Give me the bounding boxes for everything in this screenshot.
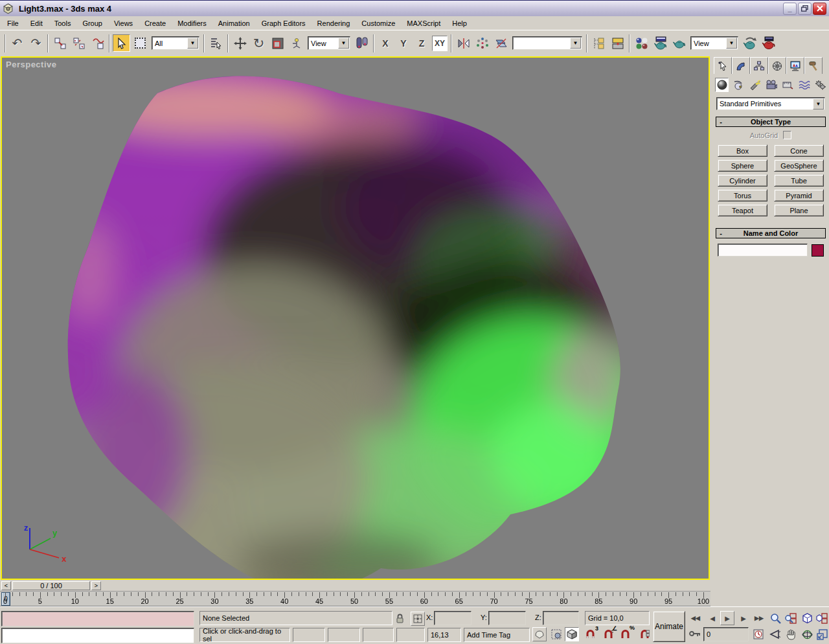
cameras-icon[interactable]: [764, 78, 778, 92]
restrict-z-button[interactable]: Z: [414, 36, 429, 51]
select-by-name-icon[interactable]: [207, 34, 225, 52]
box-button[interactable]: Box: [718, 144, 767, 157]
lights-icon[interactable]: [748, 78, 762, 92]
hierarchy-tab[interactable]: [750, 57, 768, 74]
schematic-view-icon[interactable]: [609, 34, 626, 52]
next-frame-arrow[interactable]: >: [91, 581, 101, 590]
array-icon[interactable]: [473, 34, 491, 52]
menu-item-help[interactable]: Help: [446, 18, 473, 29]
reference-coordinate-dropdown[interactable]: View ▼: [308, 36, 350, 50]
menu-item-rendering[interactable]: Rendering: [312, 18, 356, 29]
display-tab[interactable]: [786, 57, 804, 74]
selection-filter-dropdown[interactable]: All ▼: [152, 36, 199, 50]
menu-item-file[interactable]: File: [1, 18, 25, 29]
zoom-all-icon[interactable]: [784, 611, 798, 625]
torus-button[interactable]: Torus: [718, 189, 767, 201]
selection-lock-icon[interactable]: [392, 612, 407, 626]
select-and-move-icon[interactable]: [231, 34, 249, 52]
menu-item-maxscript[interactable]: MAXScript: [401, 18, 446, 29]
tube-button[interactable]: Tube: [774, 174, 824, 187]
restrict-x-button[interactable]: X: [378, 36, 393, 51]
shapes-icon[interactable]: [731, 78, 745, 92]
maxscript-mini-listener-pink[interactable]: [1, 611, 194, 627]
previous-frame-icon[interactable]: ◀: [706, 611, 719, 625]
zoom-extents-icon[interactable]: [800, 611, 814, 625]
key-mode-icon[interactable]: [688, 627, 702, 641]
select-and-rotate-icon[interactable]: ↻: [250, 34, 267, 52]
goto-start-icon[interactable]: ◀◀: [688, 611, 703, 625]
field-of-view-icon[interactable]: [768, 627, 782, 641]
pan-hand-icon[interactable]: [784, 627, 798, 641]
restore-button[interactable]: [798, 3, 812, 15]
goto-end-icon[interactable]: ▶▶: [751, 611, 767, 625]
perspective-viewport[interactable]: Perspective z y x: [1, 56, 710, 580]
dropdown-arrow-icon[interactable]: ▼: [187, 38, 198, 49]
close-button[interactable]: [813, 3, 826, 15]
degradation-override-icon[interactable]: [532, 627, 547, 641]
animate-button[interactable]: Animate: [653, 611, 685, 642]
systems-icon[interactable]: [814, 78, 828, 92]
viewport-label[interactable]: Perspective: [6, 60, 57, 69]
use-pivot-point-center-icon[interactable]: [353, 34, 370, 52]
object-color-swatch[interactable]: [812, 244, 824, 257]
time-configuration-icon[interactable]: [751, 627, 766, 641]
category-dropdown[interactable]: Standard Primitives ▼: [716, 97, 825, 110]
dropdown-arrow-icon[interactable]: ▼: [813, 98, 824, 109]
align-icon[interactable]: [492, 34, 510, 52]
material-editor-icon[interactable]: [633, 34, 650, 52]
quick-render-icon[interactable]: [760, 34, 777, 52]
teapot-button[interactable]: Teapot: [718, 204, 767, 216]
absolute-mode-icon[interactable]: [411, 612, 425, 626]
render-type-dropdown[interactable]: View ▼: [690, 36, 738, 50]
add-time-tag[interactable]: Add Time Tag: [464, 628, 530, 642]
z-coord-input[interactable]: [543, 611, 579, 625]
space-warps-icon[interactable]: [797, 78, 811, 92]
percent-snap-icon[interactable]: %: [618, 627, 632, 641]
cone-button[interactable]: Cone: [774, 144, 824, 157]
mirror-icon[interactable]: [455, 34, 472, 52]
spinner-snap-icon[interactable]: [637, 627, 652, 641]
select-and-manipulate-icon[interactable]: [288, 34, 305, 52]
angle-snap-icon[interactable]: ∠: [601, 627, 615, 641]
helpers-icon[interactable]: [781, 78, 795, 92]
utilities-tab[interactable]: [804, 57, 823, 74]
zoom-icon[interactable]: [768, 611, 782, 625]
menu-item-modifiers[interactable]: Modifiers: [172, 18, 212, 29]
motion-tab[interactable]: [768, 57, 786, 74]
dropdown-arrow-icon[interactable]: ▼: [726, 38, 737, 49]
select-and-scale-icon[interactable]: [269, 34, 286, 52]
render-scene-icon[interactable]: [652, 34, 669, 52]
menu-item-edit[interactable]: Edit: [25, 18, 49, 29]
menu-item-tools[interactable]: Tools: [49, 18, 77, 29]
object-type-rollout-header[interactable]: - Object Type: [716, 117, 826, 127]
unlink-selection-icon[interactable]: [70, 34, 87, 52]
menu-item-create[interactable]: Create: [139, 18, 172, 29]
geometry-icon[interactable]: [715, 78, 729, 92]
cylinder-button[interactable]: Cylinder: [718, 174, 767, 187]
rectangular-selection-region-icon[interactable]: [131, 34, 149, 52]
time-slider-button[interactable]: 0 / 100: [12, 581, 90, 590]
zoom-extents-all-icon[interactable]: [815, 611, 829, 625]
track-view-icon[interactable]: [590, 34, 608, 52]
render-type-icon[interactable]: [670, 34, 688, 52]
menu-item-graph-editors[interactable]: Graph Editors: [256, 18, 312, 29]
sphere-button[interactable]: Sphere: [718, 159, 767, 172]
dropdown-arrow-icon[interactable]: ▼: [570, 38, 581, 49]
current-frame-input[interactable]: 0: [703, 627, 749, 641]
object-name-input[interactable]: [718, 244, 808, 257]
snap-cube-toggle-icon[interactable]: [565, 627, 579, 641]
snap-toggle-3d-icon[interactable]: 3: [583, 627, 597, 641]
menu-item-customize[interactable]: Customize: [356, 18, 401, 29]
bind-to-space-warp-icon[interactable]: [89, 34, 106, 52]
select-and-link-icon[interactable]: [51, 34, 69, 52]
geosphere-button[interactable]: GeoSphere: [774, 159, 824, 172]
render-last-icon[interactable]: [741, 34, 758, 52]
min-max-toggle-icon[interactable]: [815, 627, 829, 641]
play-icon[interactable]: ▶: [720, 611, 734, 625]
pyramid-button[interactable]: Pyramid: [774, 189, 824, 201]
create-tab[interactable]: [714, 57, 732, 74]
menu-item-animation[interactable]: Animation: [212, 18, 256, 29]
minimize-button[interactable]: _: [783, 3, 797, 15]
plane-button[interactable]: Plane: [774, 204, 824, 216]
arc-rotate-icon[interactable]: [800, 627, 814, 641]
